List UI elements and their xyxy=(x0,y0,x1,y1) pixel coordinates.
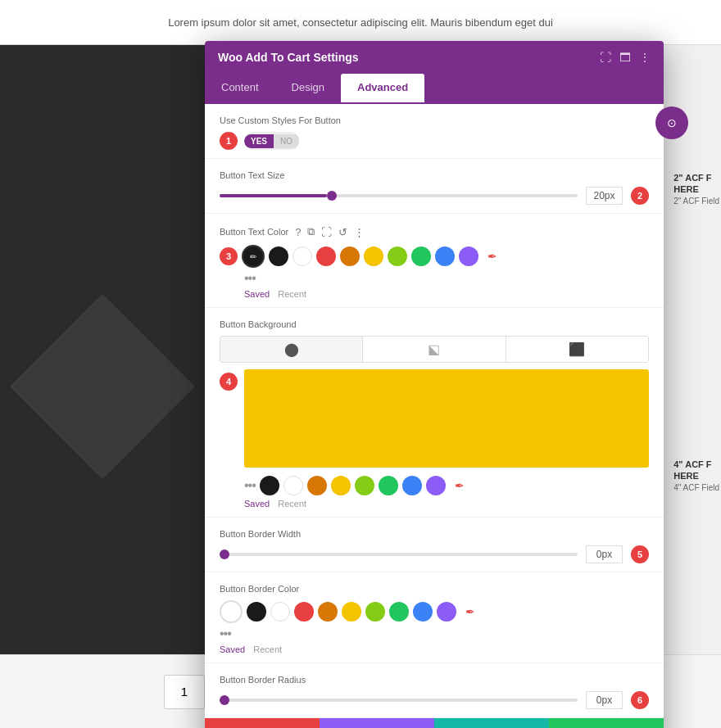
step-badge-1: 1 xyxy=(220,132,238,150)
border-radius-slider-track[interactable] xyxy=(220,699,578,702)
modal-body: Use Custom Styles For Button 1 YES NO Bu… xyxy=(205,104,664,718)
swatch-orange[interactable] xyxy=(340,246,360,266)
swatch-lime[interactable] xyxy=(388,246,407,266)
border-swatch-yellow[interactable] xyxy=(342,602,361,622)
purple-circle-overlay: ⊙ xyxy=(655,106,688,139)
save-button[interactable]: ✓ xyxy=(549,718,664,728)
border-color-saved-recent: Saved Recent xyxy=(220,644,649,654)
border-width-thumb[interactable] xyxy=(220,549,229,559)
text-size-slider-track[interactable] xyxy=(220,194,578,197)
swatch-red[interactable] xyxy=(316,246,336,266)
border-swatch-lime[interactable] xyxy=(365,602,385,622)
text-color-label: Button Text Color xyxy=(220,227,288,237)
bg-swatch-white[interactable] xyxy=(283,476,303,495)
text-color-picker-btn[interactable]: ✏ xyxy=(242,245,265,268)
bg-tab-gradient[interactable]: ⬕ xyxy=(363,337,506,362)
bg-recent: Recent xyxy=(278,499,306,509)
right-top-title: 2" ACF FHERE xyxy=(673,172,719,196)
border-width-slider-row: 0px 5 xyxy=(220,545,649,563)
swatch-black[interactable] xyxy=(269,246,288,266)
custom-styles-section: Use Custom Styles For Button 1 YES NO xyxy=(205,104,664,159)
text-color-recent: Recent xyxy=(278,289,306,299)
border-width-value: 0px xyxy=(586,545,623,563)
modal-title: Woo Add To Cart Settings xyxy=(218,51,359,64)
tab-design[interactable]: Design xyxy=(275,74,341,102)
border-width-section: Button Border Width 0px 5 xyxy=(205,518,664,572)
bg-color-area: ••• ✒ Saved Recent xyxy=(244,369,649,509)
background-section: Button Background ⬤ ⬕ ⬛ 4 ••• xyxy=(205,308,664,518)
toggle-row: 1 YES NO xyxy=(220,132,649,150)
bg-swatch-dots[interactable]: ••• xyxy=(244,478,256,493)
redo-button[interactable]: ↻ xyxy=(434,718,549,728)
border-radius-label: Button Border Radius xyxy=(220,675,649,685)
help-icon[interactable]: ? xyxy=(295,226,301,238)
text-color-swatches: 3 ✏ ✒ xyxy=(220,245,649,268)
bg-swatch-pencil[interactable]: ✒ xyxy=(450,476,469,495)
delete-button[interactable]: ✕ xyxy=(205,718,320,728)
lorem-bar: Lorem ipsum dolor sit amet, consectetur … xyxy=(0,0,721,45)
custom-styles-toggle[interactable]: YES NO xyxy=(244,132,299,150)
text-color-section: Button Text Color ? ⧉ ⛶ ↺ ⋮ 3 ✏ ✒ xyxy=(205,214,664,308)
expand-icon[interactable]: ⛶ xyxy=(600,51,611,64)
swatch-more-dots[interactable]: ••• xyxy=(244,271,256,286)
reset-color-icon[interactable]: ↺ xyxy=(338,226,347,238)
window-icon[interactable]: 🗖 xyxy=(619,51,631,64)
text-size-slider-thumb[interactable] xyxy=(327,191,337,201)
border-color-saved: Saved xyxy=(220,644,245,654)
text-size-section: Button Text Size 20px 2 xyxy=(205,159,664,214)
border-swatch-purple[interactable] xyxy=(437,602,456,622)
more-color-icon[interactable]: ⋮ xyxy=(354,226,365,238)
more-icon[interactable]: ⋮ xyxy=(639,51,651,64)
modal-header: Woo Add To Cart Settings ⛶ 🗖 ⋮ xyxy=(205,41,664,74)
border-color-picker-btn[interactable]: ✏ xyxy=(220,600,243,623)
border-width-slider-track[interactable] xyxy=(220,553,578,556)
step-badge-3: 3 xyxy=(220,247,238,265)
quantity-input[interactable]: 1 xyxy=(164,675,205,709)
border-swatch-blue[interactable] xyxy=(413,602,433,622)
background-type-tabs: ⬤ ⬕ ⬛ xyxy=(220,336,649,363)
tab-advanced[interactable]: Advanced xyxy=(341,74,424,102)
tab-content[interactable]: Content xyxy=(205,74,275,102)
bg-swatch-lime[interactable] xyxy=(355,476,374,495)
bg-swatch-green[interactable] xyxy=(379,476,398,495)
custom-styles-label: Use Custom Styles For Button xyxy=(220,115,649,125)
bg-saved-recent: Saved Recent xyxy=(244,499,649,509)
bg-swatch-blue[interactable] xyxy=(402,476,422,495)
swatch-yellow[interactable] xyxy=(364,246,383,266)
border-swatch-white[interactable] xyxy=(270,602,290,622)
bg-tab-color[interactable]: ⬤ xyxy=(220,337,363,362)
border-swatch-red[interactable] xyxy=(294,602,314,622)
bg-swatch-yellow[interactable] xyxy=(331,476,351,495)
border-radius-thumb[interactable] xyxy=(220,695,229,705)
swatch-blue[interactable] xyxy=(435,246,455,266)
bg-swatch-black[interactable] xyxy=(260,476,279,495)
modal-actions: ✕ ↺ ↻ ✓ xyxy=(205,718,664,728)
text-size-value: 20px xyxy=(586,187,623,205)
bg-swatch-orange[interactable] xyxy=(307,476,327,495)
right-top-sub: 2" ACF Field xyxy=(673,196,719,206)
swatch-green[interactable] xyxy=(411,246,431,266)
lorem-text: Lorem ipsum dolor sit amet, consectetur … xyxy=(168,16,553,29)
bg-color-preview[interactable] xyxy=(244,369,649,468)
swatch-pencil-red[interactable]: ✒ xyxy=(483,246,502,266)
swatch-purple[interactable] xyxy=(459,246,478,266)
copy-icon[interactable]: ⧉ xyxy=(307,225,315,238)
border-swatch-orange[interactable] xyxy=(318,602,338,622)
toggle-yes: YES xyxy=(244,134,274,148)
text-size-slider-row: 20px 2 xyxy=(220,187,649,205)
border-radius-section: Button Border Radius 0px 6 xyxy=(205,663,664,718)
border-swatch-black[interactable] xyxy=(247,602,266,622)
reset-button[interactable]: ↺ xyxy=(320,718,434,728)
settings-modal: Woo Add To Cart Settings ⛶ 🗖 ⋮ Content D… xyxy=(205,41,664,728)
border-swatch-green[interactable] xyxy=(389,602,409,622)
text-color-saved-recent: Saved Recent xyxy=(220,289,649,299)
bg-swatch-purple[interactable] xyxy=(426,476,446,495)
border-swatch-pencil[interactable]: ✒ xyxy=(460,602,480,622)
text-color-saved: Saved xyxy=(244,289,270,299)
border-swatch-more-dots[interactable]: ••• xyxy=(220,626,231,641)
border-color-label: Button Border Color xyxy=(220,584,649,594)
swatch-white[interactable] xyxy=(292,246,312,266)
eyedrop-icon[interactable]: ⛶ xyxy=(321,226,332,238)
bg-tab-image[interactable]: ⬛ xyxy=(506,337,648,362)
step-badge-6: 6 xyxy=(631,691,649,709)
